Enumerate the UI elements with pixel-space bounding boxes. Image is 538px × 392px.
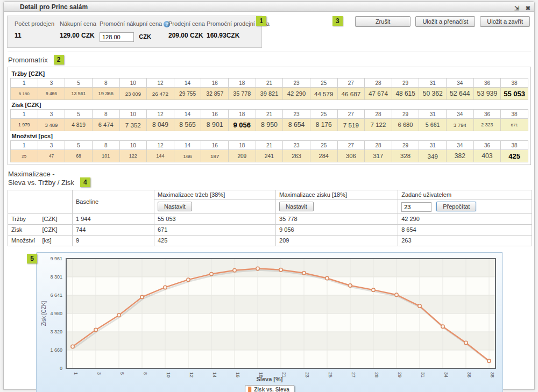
matrix-col-header: 3 <box>38 110 65 119</box>
value-cell: 35 778 <box>276 213 398 224</box>
divider <box>8 52 531 52</box>
promomatrix-title: Promomatrix <box>8 56 48 64</box>
promomatrix-heading: Promomatrix 2 <box>8 55 532 65</box>
matrix-col-header: 27 <box>337 141 365 150</box>
matrix-col-header: 27 <box>337 110 365 119</box>
matrix-cell: 166 <box>174 150 201 162</box>
matrix-cell: 3 489 <box>38 119 65 131</box>
matrix-cell: 8 901 <box>201 119 229 131</box>
cancel-button[interactable]: Zrušit <box>355 16 411 27</box>
max-table-body: Tržby[CZK]1 94455 05335 77842 290Zisk[CZ… <box>8 213 532 246</box>
matrix-cell: 29 755 <box>174 88 201 100</box>
chart-y-axis-label: Zisk [CZK] <box>41 301 47 326</box>
step-badge-2: 2 <box>54 55 64 65</box>
matrix-cell: 23 009 <box>119 88 147 100</box>
recalculate-button[interactable]: Přepočítat <box>436 202 476 211</box>
matrix-col-header: 38 <box>501 141 528 150</box>
chart-point <box>117 313 121 317</box>
matrix-cell: 25 <box>11 150 38 162</box>
matrix-col-header: 16 <box>201 110 229 119</box>
matrix-col-header: 16 <box>201 141 229 150</box>
matrix-cell: 403 <box>473 150 501 162</box>
matrix-col-header: 8 <box>92 110 119 119</box>
matrix-cell: 1 979 <box>11 119 38 131</box>
matrix-col-header: 29 <box>392 141 419 150</box>
table-row: Zisk[CZK]7446719 0568 654 <box>8 224 532 235</box>
chart-point <box>418 304 421 308</box>
matrix-cell: 4 819 <box>65 119 93 131</box>
matrix-col-header: 10 <box>119 141 147 150</box>
matrix-cell: 8 950 <box>256 119 283 131</box>
chart-panel: 01 6603 3204 9806 6418 3019 961135810121… <box>36 252 503 392</box>
matrix-col-header: 29 <box>392 79 419 88</box>
matrix-cell: 6 680 <box>392 119 419 131</box>
value-cell: 9 <box>73 235 154 246</box>
chart-point <box>395 293 398 296</box>
dialog-window: Detail pro Princ salám ⇲ ✖ Počet prodeje… <box>3 1 535 390</box>
chart-point <box>164 286 167 289</box>
info-panel: Počet prodejen 11 Nákupní cena 129.00 CZ… <box>7 16 262 48</box>
matrix-col-header: 28 <box>365 141 392 150</box>
matrix-col-header: 21 <box>256 141 283 150</box>
matrix-cell: 7 122 <box>365 119 392 131</box>
save-close-button[interactable]: Uložit a zavřít <box>480 16 530 27</box>
chart-point <box>464 341 468 344</box>
chart-point <box>372 288 375 291</box>
matrix-cell: 187 <box>201 150 229 162</box>
save-reload-button[interactable]: Uložit a přenačíst <box>415 16 475 27</box>
row-label: Tržby <box>8 213 39 224</box>
matrix-cell: 53 939 <box>473 88 501 100</box>
chart-point <box>187 278 190 281</box>
matrix-cell: 13 561 <box>65 88 93 100</box>
value-cell: 9 056 <box>276 224 398 235</box>
matrix-cell: 9 466 <box>38 88 65 100</box>
matrix-col-header: 38 <box>501 79 528 88</box>
set-profit-button[interactable]: Nastavit <box>279 202 314 211</box>
maximization-title-line1: Maximalizace - <box>8 170 55 178</box>
chart-point <box>94 328 97 331</box>
row-label: Zisk <box>8 224 39 235</box>
matrix-cell: 284 <box>310 150 337 162</box>
table-row: Tržby[CZK]1 94455 05335 77842 290 <box>8 213 532 224</box>
popout-icon[interactable]: ⇲ <box>514 5 519 12</box>
baseline-column-header: Baseline <box>73 190 154 213</box>
value-cell: 671 <box>154 224 276 235</box>
maximization-table: Baseline Maximalizace tržeb [38%] Maxima… <box>8 190 532 246</box>
matrix-col-header: 10 <box>119 110 147 119</box>
y-tick-label: 9 961 <box>50 256 62 261</box>
y-tick-label: 6 641 <box>50 293 62 298</box>
matrix-col-header: 28 <box>365 79 392 88</box>
promo-purchase-price-label: Promoční nákupní cena <box>100 20 162 27</box>
chart-point <box>279 268 282 271</box>
chart-section: 5 01 6603 3204 9806 6418 3019 9611358101… <box>7 252 532 392</box>
matrix-col-header: 36 <box>473 141 501 150</box>
user-discount-input[interactable] <box>401 202 431 212</box>
matrix-col-header: 25 <box>310 141 337 150</box>
promo-purchase-price-input[interactable] <box>100 32 134 42</box>
row-unit: [CZK] <box>39 224 73 235</box>
matrix-col-header: 21 <box>256 110 283 119</box>
matrix-table-2: Množství [pcs]13581012141618212325272829… <box>10 131 528 162</box>
matrix-col-header: 31 <box>419 110 447 119</box>
matrix-cell: 263 <box>283 150 310 162</box>
matrix-col-header: 14 <box>174 141 201 150</box>
matrix-cell: 35 778 <box>229 88 256 100</box>
matrix-col-header: 12 <box>147 141 174 150</box>
matrix-col-header: 8 <box>92 79 119 88</box>
matrix-col-header: 5 <box>65 79 93 88</box>
promomatrix-tables: Tržby [CZK]13581012141618212325272829313… <box>8 67 531 165</box>
matrix-cell: 349 <box>419 150 447 162</box>
matrix-col-header: 18 <box>229 110 256 119</box>
matrix-cell: 50 362 <box>419 88 447 100</box>
matrix-table-0: Tržby [CZK]13581012141618212325272829313… <box>10 69 528 100</box>
matrix-cell: 317 <box>365 150 392 162</box>
currency-suffix: CZK <box>139 33 151 40</box>
close-icon[interactable]: ✖ <box>526 5 530 12</box>
matrix-cell: 39 821 <box>256 88 283 100</box>
matrix-cell: 6 474 <box>92 119 119 131</box>
chart-point <box>140 295 144 298</box>
set-revenue-button[interactable]: Nastavit <box>158 202 192 211</box>
matrix-cell: 7 519 <box>337 119 365 131</box>
matrix-col-header: 1 <box>11 79 38 88</box>
y-tick-label: 0 <box>60 366 62 371</box>
